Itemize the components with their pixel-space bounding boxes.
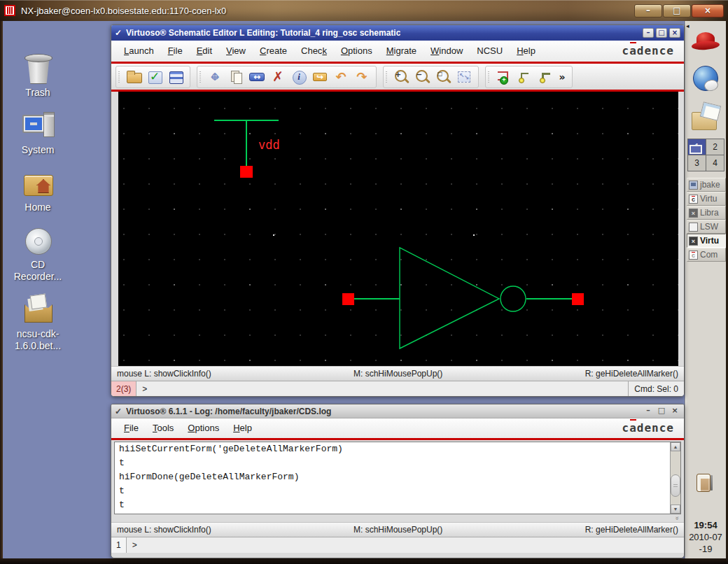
move-button[interactable] — [204, 67, 225, 87]
menu-window[interactable]: Window — [424, 41, 470, 61]
undo-button[interactable]: ↶ — [330, 67, 351, 87]
notes-applet-icon[interactable] — [695, 472, 716, 493]
log-scrollbar[interactable]: ▲ ▼ — [670, 442, 680, 514]
schematic-titlebar[interactable]: ✓ Virtuoso® Schematic Editor L Editing: … — [111, 25, 684, 41]
schematic-toolbar: ✓↔✗i↪↶↷+−□↘» — [111, 64, 684, 90]
minimize-button[interactable]: – — [643, 407, 654, 416]
menu-view[interactable]: View — [219, 41, 253, 61]
pane-expand-icon[interactable]: « — [673, 516, 680, 519]
status-left: mouse L: showClickInfo() — [117, 525, 211, 535]
check-and-save-button[interactable]: ✓ — [144, 67, 165, 87]
maximize-button[interactable]: □ — [656, 407, 667, 416]
windows-desktop: NX-jbaker@coen-lx0.boisestate.edu:1170-c… — [0, 0, 728, 564]
zoom-fit-button[interactable]: □ — [433, 67, 454, 87]
schematic-menubar: LaunchFileEditViewCreateCheckOptionsMigr… — [111, 41, 684, 62]
menu-create[interactable]: Create — [253, 41, 294, 61]
copy-button[interactable] — [225, 67, 246, 87]
schematic-window: ✓ Virtuoso® Schematic Editor L Editing: … — [111, 24, 685, 397]
system-icon — [21, 109, 55, 143]
fit-button[interactable]: ↘ — [454, 67, 475, 87]
create-instance-button[interactable] — [493, 67, 514, 87]
delete-button[interactable]: ✗ — [267, 67, 288, 87]
maximize-button[interactable]: □ — [663, 4, 691, 17]
task-label: LSW — [700, 222, 718, 232]
cadence-icon — [689, 195, 698, 204]
workspace-1[interactable]: 1 — [688, 139, 706, 155]
create-bus-button[interactable] — [535, 67, 556, 87]
origin-marker — [273, 234, 274, 236]
menu-help[interactable]: Help — [226, 418, 259, 438]
schematic-window-title: Virtuoso® Schematic Editor L Editing: Tu… — [126, 28, 400, 38]
zoom-in-button[interactable]: + — [391, 67, 412, 87]
log-window-footer — [111, 553, 684, 558]
minimize-button[interactable]: – — [643, 28, 654, 38]
menu-check[interactable]: Check — [294, 41, 334, 61]
task-virtu[interactable]: Virtu — [687, 234, 726, 248]
scroll-down-icon[interactable]: ▼ — [671, 505, 680, 514]
workspace-4[interactable]: 4 — [706, 155, 724, 171]
command-input[interactable]: > — [127, 540, 137, 550]
stretch-button[interactable]: ↔ — [246, 67, 267, 87]
menu-migrate[interactable]: Migrate — [379, 41, 424, 61]
zoom-out-button[interactable]: − — [412, 67, 433, 87]
task-label: Com — [700, 250, 718, 260]
minimize-button[interactable]: – — [634, 4, 662, 17]
web-browser-icon[interactable] — [692, 64, 720, 92]
workspace-3[interactable]: 3 — [688, 155, 706, 171]
log-line: t — [119, 456, 666, 470]
toolbar-group: ✓ — [115, 66, 190, 88]
menu-options[interactable]: Options — [334, 41, 379, 61]
menu-edit[interactable]: Edit — [190, 41, 219, 61]
schematic-canvas[interactable]: vdd — [118, 92, 678, 366]
menu-options[interactable]: Options — [181, 418, 226, 438]
task-jbake[interactable]: jbake — [687, 178, 726, 192]
log-titlebar[interactable]: ✓ Virtuoso® 6.1.1 - Log: /home/faculty/j… — [111, 404, 684, 418]
save-button[interactable] — [165, 67, 186, 87]
desktop-icon-system[interactable]: System — [11, 109, 64, 156]
log-promptbar: 1 > — [111, 537, 684, 553]
task-com[interactable]: Com — [687, 248, 726, 262]
panel-collapse-arrow-icon[interactable]: ◂ — [686, 22, 690, 29]
scrollbar-track[interactable] — [671, 451, 680, 505]
close-button[interactable]: × — [669, 407, 680, 416]
redhat-menu-icon[interactable] — [692, 29, 720, 57]
menu-ncsu[interactable]: NCSU — [470, 41, 510, 61]
menu-file[interactable]: File — [161, 41, 190, 61]
close-button[interactable]: × — [692, 4, 724, 17]
desktop-icon-label: ncsu-cdk- — [17, 328, 59, 340]
create-wire-button[interactable] — [514, 67, 535, 87]
maximize-button[interactable]: □ — [656, 28, 667, 38]
menu-help[interactable]: Help — [510, 41, 542, 61]
more-button[interactable]: » — [556, 67, 568, 87]
task-libra[interactable]: Libra — [687, 206, 726, 220]
clock-applet[interactable]: 19:54 2010-07 -19 — [685, 519, 726, 555]
desktop-icon-cd-recorder[interactable]: CDRecorder... — [11, 224, 64, 283]
menu-file[interactable]: File — [117, 418, 146, 438]
command-input[interactable]: > — [136, 384, 147, 394]
task-lsw[interactable]: LSW — [687, 220, 726, 234]
email-icon[interactable] — [692, 104, 720, 132]
task-label: Libra — [700, 208, 719, 218]
task-label: Virtu — [700, 236, 719, 246]
properties-button[interactable]: i — [288, 67, 309, 87]
open-button[interactable] — [123, 67, 144, 87]
workspace-2[interactable]: 2 — [706, 139, 724, 155]
menu-launch[interactable]: Launch — [117, 41, 161, 61]
log-line: t — [119, 484, 666, 498]
gnome-panel: ◂ 1234 jbakeVirtuLibraLSWVirtuCom 19:54 … — [685, 21, 726, 558]
status-left: mouse L: showClickInfo() — [117, 369, 211, 379]
close-button[interactable]: × — [669, 28, 680, 38]
desktop-icon-home[interactable]: Home — [11, 167, 64, 213]
redo-button[interactable]: ↷ — [351, 67, 372, 87]
task-virtu[interactable]: Virtu — [687, 192, 726, 206]
status-middle: M: schHiMousePopUp() — [354, 525, 442, 535]
menu-tools[interactable]: Tools — [146, 418, 181, 438]
scrollbar-thumb[interactable] — [671, 474, 680, 497]
inverter-bubble — [500, 286, 526, 311]
desktop-icon-ncsu-cdk[interactable]: ncsu-cdk-1.6.0.bet... — [11, 293, 64, 352]
descend-button[interactable]: ↪ — [309, 67, 330, 87]
scroll-up-icon[interactable]: ▲ — [671, 442, 680, 451]
desktop-icon-label: Home — [24, 202, 50, 213]
desktop-icon-trash[interactable]: Trash — [11, 52, 64, 99]
schematic-drawing: vdd — [118, 92, 680, 366]
